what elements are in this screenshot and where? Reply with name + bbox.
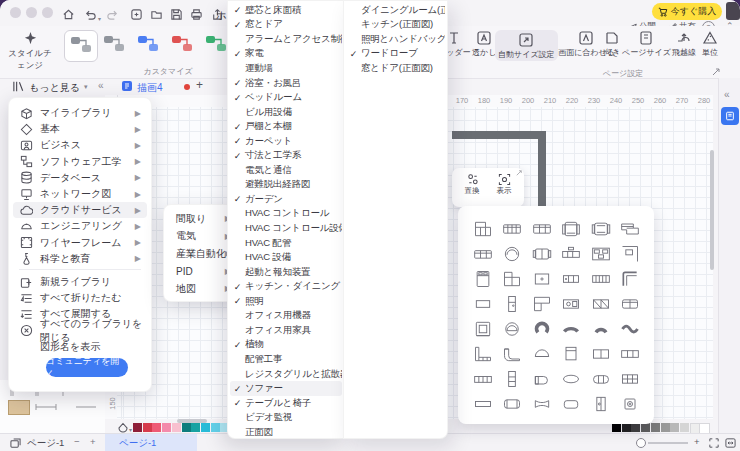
color-swatch[interactable] [631,423,640,432]
sofa-3seat-shape[interactable] [527,216,556,241]
cabinet-shape[interactable] [527,266,556,291]
front-view-library-item-2[interactable]: キッチン(正面図) [346,18,445,33]
library-menu-item-2[interactable]: 基本▶ [13,121,147,137]
color-swatch[interactable] [622,423,631,432]
unit-tool[interactable]: 単位 [702,30,718,58]
floorplan-library-item-4[interactable]: ✓家電 [230,47,342,62]
sideboard-shape[interactable] [557,266,586,291]
wall-vertical[interactable] [538,131,546,206]
color-swatch[interactable] [661,423,670,432]
zoom-slider-track[interactable] [648,442,688,444]
tv-console-shape[interactable] [557,241,586,266]
color-swatch[interactable] [133,423,142,432]
buy-now-button[interactable]: 今すぐ購入 [652,3,722,20]
active-page-tab[interactable]: ページ-1 [105,434,197,451]
document-tab[interactable]: 描画4 [137,81,163,95]
floorplan-library-item-23[interactable]: オフィス用家具 [230,323,342,338]
show-shape-names-item[interactable]: 図形名を表示 [13,339,147,355]
table-3div-shape[interactable] [616,341,645,366]
room-corner-shape[interactable] [616,241,645,266]
page-panel-button[interactable] [721,107,739,125]
loveseat-shape[interactable] [527,241,556,266]
library-menu-item-10[interactable]: 科学と教育▶ [13,251,147,267]
color-swatch[interactable] [172,423,181,432]
cabinet-door-shape[interactable] [586,391,615,416]
floorplan-library-item-26[interactable]: レジスタグリルと拡散器 [230,367,342,382]
floorplan-library-item-27[interactable]: ✓ソファー [230,381,342,396]
pages-icon[interactable] [10,438,21,449]
color-swatch[interactable] [211,423,220,432]
zoom-slider-knob[interactable] [636,438,646,448]
new-document-icon[interactable] [130,8,143,21]
front-view-library-item-4[interactable]: ✓ワードローブ [346,47,445,62]
room-shape-thumbnail[interactable] [8,400,30,415]
style-variant-2[interactable] [98,30,130,60]
sofa-sectional-shape[interactable] [616,216,645,241]
floorplan-library-item-22[interactable]: オフィス用機器 [230,309,342,324]
color-swatch[interactable] [191,423,200,432]
style-variant-4[interactable] [166,30,198,60]
library-menu-item-6[interactable]: ネットワーク図▶ [13,186,147,202]
next-page-button[interactable]: + [90,436,96,447]
color-swatch[interactable] [670,423,679,432]
table-4div-shape[interactable] [468,366,497,391]
front-view-library-item-3[interactable]: 照明とハンドバッグ(正面図) [346,32,445,47]
floorplan-library-item-15[interactable]: HVAC コントロール [230,207,342,222]
library-menu-action-1[interactable]: 新規ライブラリ [13,274,147,290]
table-square-shape[interactable] [557,341,586,366]
floorplan-library-item-18[interactable]: HVAC 設備 [230,250,342,265]
color-swatch[interactable] [201,423,210,432]
home-icon[interactable] [62,8,75,21]
prev-page-button[interactable]: − [74,436,80,447]
submenu-item-2[interactable]: 電気▶ [168,228,236,245]
table-rounded-shape[interactable] [498,391,527,416]
wall-horizontal[interactable] [452,131,546,139]
sofa-semicircle-shape[interactable] [527,341,556,366]
avatar[interactable] [726,2,740,20]
v-scrollbar-thumb[interactable] [710,150,714,270]
chaise-lounge-shape[interactable] [527,366,556,391]
color-swatch[interactable] [641,423,650,432]
chair-round-shape[interactable] [498,241,527,266]
floorplan-library-item-21[interactable]: ✓照明 [230,294,342,309]
library-menu-action-2[interactable]: すべて折りたたむ [13,290,147,306]
window-zoom-button[interactable] [42,7,53,18]
floorplan-library-item-16[interactable]: HVAC コントロール設備 [230,221,342,236]
floorplan-library-item-12[interactable]: 電気と通信 [230,163,342,178]
floorplan-library-item-8[interactable]: ビル用設備 [230,105,342,120]
library-menu-item-1[interactable]: マイライブラリ▶ [13,105,147,121]
collapse-right-panel-icon[interactable]: « [724,89,730,100]
collapse-panel-icon[interactable]: « [98,80,104,91]
floorplan-library-item-24[interactable]: ✓植物 [230,338,342,353]
floorplan-library-item-13[interactable]: 避難脱出経路図 [230,178,342,193]
table-2div-shape[interactable] [586,341,615,366]
floorplan-library-item-25[interactable]: 配管工事 [230,352,342,367]
fullscreen-icon[interactable] [709,438,719,448]
sofa-arch-shape[interactable] [586,316,615,341]
auto-size-tool[interactable]: 自動サイズ設定 [495,30,558,61]
media-wall-shape[interactable] [586,241,615,266]
floorplan-library-item-28[interactable]: ✓テーブルと椅子 [230,396,342,411]
shelf-unit-shape[interactable] [586,266,615,291]
window-minimize-button[interactable] [26,7,37,18]
floorplan-library-item-5[interactable]: 運動場 [230,61,342,76]
save-icon[interactable] [170,8,183,21]
open-folder-icon[interactable] [150,8,163,21]
fill-color-caret[interactable]: ▾ [129,426,132,433]
line-shape-thumbnails[interactable] [34,400,98,413]
counter-l-shape[interactable] [498,266,527,291]
wardrobe-sofa-shape[interactable] [586,291,615,316]
table-oval-shape[interactable] [557,366,586,391]
submenu-item-5[interactable]: 地図▶ [168,280,236,297]
floorplan-library-item-19[interactable]: 起動と報知装置 [230,265,342,280]
table-thin-shape[interactable] [468,391,497,416]
door-tall-shape[interactable] [498,291,527,316]
floorplan-library-item-3[interactable]: アラームとアクセス制御 [230,32,342,47]
color-swatch[interactable] [182,423,191,432]
line-jump-tool[interactable]: 飛越線 [672,30,696,58]
new-page-button[interactable]: + [196,78,203,92]
print-icon[interactable] [190,8,203,21]
sofa-l-shape[interactable] [468,216,497,241]
watermark-tool[interactable]: 透かし [472,30,496,58]
more-libraries-button[interactable]: もっと見る [29,81,80,95]
